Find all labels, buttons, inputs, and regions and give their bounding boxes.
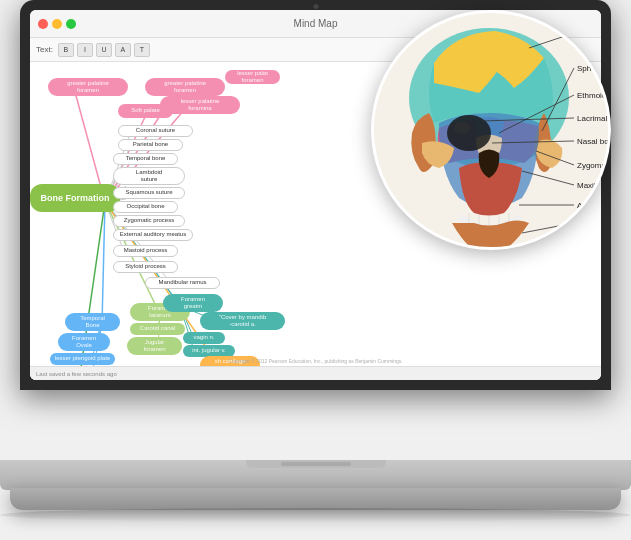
laptop-shadow — [0, 508, 631, 522]
node-occipital-bone[interactable]: Occipital bone — [113, 201, 178, 213]
node-vagin[interactable]: vagin n. — [183, 332, 225, 344]
node-external-auditory[interactable]: External auditory meatus — [113, 229, 193, 241]
minimize-button[interactable] — [52, 19, 62, 29]
node-temporal-bone[interactable]: Temporal bone — [113, 153, 178, 165]
node-jugular-foramen[interactable]: Jugularforamen — [127, 337, 182, 355]
node-parietal-bone[interactable]: Parietal bone — [118, 139, 183, 151]
node-styloid-process[interactable]: Styloid process — [113, 261, 178, 273]
node-coronal-suture[interactable]: Coronal suture — [118, 125, 193, 137]
underline-button[interactable]: U — [96, 43, 112, 57]
app-title: Mind Map — [294, 18, 338, 29]
italic-button[interactable]: I — [77, 43, 93, 57]
node-zygomatic-process[interactable]: Zygomatic process — [113, 215, 185, 227]
central-node[interactable]: Bone Formation — [30, 184, 120, 212]
node-temporal-bone-2[interactable]: TemporalBone — [65, 313, 120, 331]
node-carotid-canal[interactable]: Carotid canal — [130, 323, 185, 335]
maximize-button[interactable] — [66, 19, 76, 29]
svg-point-31 — [454, 122, 470, 134]
format-button[interactable]: T — [134, 43, 150, 57]
close-button[interactable] — [38, 19, 48, 29]
node-mandibular-ramus[interactable]: Mandibular ramus — [145, 277, 220, 289]
scene: Mind Map Text: B I U A T — [0, 0, 631, 540]
camera-dot — [313, 4, 318, 9]
app-footer: Last saved a few seconds ago — [30, 366, 601, 380]
svg-text:Lacrimal bone: Lacrimal bone — [577, 114, 611, 123]
node-greater-palatine-1[interactable]: greater palatineforamen — [48, 78, 128, 96]
footer-text: Last saved a few seconds ago — [36, 371, 117, 377]
skull-svg: Frontal bone Sphenoid bone Ethmoid bone … — [374, 13, 611, 250]
svg-text:Nasal bone: Nasal bone — [577, 137, 611, 146]
node-foramen-ovale[interactable]: ForamenOvale — [58, 333, 110, 351]
node-lambdoid-suture[interactable]: Lambdoidsuture — [113, 167, 185, 185]
node-mastoid-process[interactable]: Mastoid process — [113, 245, 178, 257]
node-lesser-palatine[interactable]: lesser palatineforamina — [160, 96, 240, 114]
laptop-base — [0, 460, 631, 490]
laptop-notch — [281, 462, 351, 466]
copyright-text: Copyright © 2012 Pearson Education, Inc.… — [228, 358, 402, 364]
svg-point-30 — [447, 115, 491, 151]
text-label: Text: — [36, 45, 53, 54]
node-cover-mandib[interactable]: "Cover by mandib-carotid a. — [200, 312, 285, 330]
color-button[interactable]: A — [115, 43, 131, 57]
laptop-bottom — [10, 488, 621, 510]
node-greater-palatine-2[interactable]: greater palatineforamen — [145, 78, 225, 96]
node-lesser-pterigoid[interactable]: lesser pterigoid plate — [50, 353, 115, 365]
bold-button[interactable]: B — [58, 43, 74, 57]
node-lesser-palat-small[interactable]: lesser palatforamen — [225, 70, 280, 84]
node-squamous-suture[interactable]: Squamous suture — [113, 187, 185, 199]
zoom-circle: Frontal bone Sphenoid bone Ethmoid bone … — [371, 10, 611, 250]
node-foramen-greatm[interactable]: Foramengreatm — [163, 294, 223, 312]
